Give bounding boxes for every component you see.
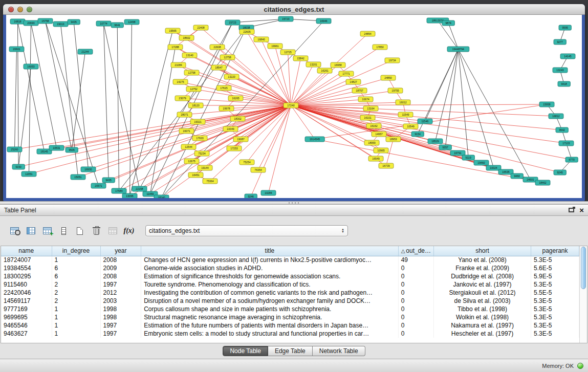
tab-network-table[interactable]: Network Table bbox=[313, 346, 365, 356]
graph-edge[interactable] bbox=[130, 31, 173, 196]
cell-year[interactable]: 2003 bbox=[100, 297, 141, 305]
table-row[interactable]: 2242004622012Investigating the contribut… bbox=[1, 289, 579, 297]
cell-pagerank[interactable]: 5.9E-5 bbox=[531, 272, 579, 280]
cell-out_de[interactable]: 0 bbox=[398, 272, 433, 280]
graph-edge[interactable] bbox=[291, 64, 314, 105]
row-height-button[interactable] bbox=[56, 224, 71, 237]
close-panel-icon[interactable]: × bbox=[579, 207, 584, 214]
graph-edge[interactable] bbox=[258, 105, 291, 170]
cell-short[interactable]: Franke et al. (2009) bbox=[434, 264, 531, 272]
graph-edge[interactable] bbox=[18, 21, 19, 167]
cell-year[interactable]: 2009 bbox=[100, 264, 141, 272]
minimize-button[interactable] bbox=[17, 7, 23, 12]
cell-in_degree[interactable]: 2 bbox=[52, 280, 100, 289]
graph-edge[interactable] bbox=[232, 77, 291, 105]
graph-edge[interactable] bbox=[291, 82, 354, 105]
graph-edge[interactable] bbox=[72, 52, 85, 150]
cell-short[interactable]: de Silva et al. (2003) bbox=[434, 297, 531, 305]
table-row[interactable]: 977716911998Corpus callosum shape and si… bbox=[1, 305, 579, 313]
graph-edge[interactable] bbox=[291, 105, 572, 160]
column-header-pagerank[interactable]: pagerank bbox=[531, 246, 579, 256]
table-row[interactable]: 1456911722003Disruption of a novel membe… bbox=[1, 297, 579, 305]
cell-year[interactable]: 2008 bbox=[100, 272, 141, 280]
graph-edge[interactable] bbox=[448, 23, 458, 49]
graph-edge[interactable] bbox=[458, 49, 493, 168]
cell-year[interactable]: 1997 bbox=[100, 280, 141, 289]
cell-name[interactable]: 9463627 bbox=[1, 330, 52, 338]
column-header-short[interactable]: short bbox=[434, 246, 531, 256]
cell-in_degree[interactable]: 1 bbox=[52, 256, 100, 264]
cell-pagerank[interactable]: 5.6E-5 bbox=[531, 264, 579, 272]
cell-pagerank[interactable]: 5.3E-5 bbox=[531, 305, 579, 313]
graph-edge[interactable] bbox=[119, 105, 291, 191]
cell-name[interactable]: 14569117 bbox=[1, 297, 52, 305]
zoom-button[interactable] bbox=[27, 7, 32, 12]
cell-short[interactable]: Nakamura et al. (1997) bbox=[434, 321, 531, 330]
cell-year[interactable]: 1998 bbox=[100, 313, 141, 321]
tab-edge-table[interactable]: Edge Table bbox=[268, 346, 313, 356]
graph-edge[interactable] bbox=[291, 104, 547, 105]
cell-name[interactable]: 9777169 bbox=[1, 305, 52, 313]
column-header-in_degree[interactable]: in_degree bbox=[52, 246, 100, 256]
cell-name[interactable]: 18724007 bbox=[1, 256, 52, 264]
new-file-button[interactable] bbox=[73, 224, 87, 237]
cell-year[interactable]: 1997 bbox=[100, 321, 141, 330]
cell-in_degree[interactable]: 2 bbox=[52, 297, 100, 305]
close-button[interactable] bbox=[8, 7, 14, 12]
table-settings-button[interactable] bbox=[7, 224, 21, 237]
cell-name[interactable]: 9115460 bbox=[1, 280, 52, 289]
graph-edge[interactable] bbox=[130, 22, 132, 196]
node-table[interactable]: namein_degreeyeartitle△out_de…shortpager… bbox=[1, 246, 579, 338]
cell-title[interactable]: Embryonic stem cells: a model to study s… bbox=[141, 330, 398, 338]
graph-edge[interactable] bbox=[315, 139, 542, 183]
cell-title[interactable]: Estimation of significance thresholds fo… bbox=[141, 272, 398, 280]
import-table-disabled-button[interactable] bbox=[105, 224, 120, 237]
graph-edge[interactable] bbox=[445, 49, 458, 147]
cell-title[interactable]: Changes of HCN gene expression and I(f) … bbox=[141, 256, 398, 264]
table-row[interactable]: 946554611997Estimation of the future num… bbox=[1, 321, 579, 330]
graph-edge[interactable] bbox=[46, 21, 99, 186]
cell-year[interactable]: 1998 bbox=[100, 305, 141, 313]
graph-edge[interactable] bbox=[57, 105, 291, 148]
cell-pagerank[interactable]: 5.3E-5 bbox=[531, 330, 579, 338]
cell-in_degree[interactable]: 1 bbox=[52, 330, 100, 338]
graph-edge[interactable] bbox=[15, 49, 17, 149]
cell-out_de[interactable]: 0 bbox=[398, 313, 433, 321]
cell-pagerank[interactable]: 5.3E-5 bbox=[531, 280, 579, 289]
cell-title[interactable]: Genome-wide association studies in ADHD. bbox=[141, 264, 398, 272]
table-vertical-scrollbar[interactable] bbox=[579, 246, 587, 343]
cell-year[interactable]: 2012 bbox=[100, 289, 141, 297]
column-header-year[interactable]: year bbox=[100, 246, 141, 256]
cell-short[interactable]: Stergiakouli et al. (2012) bbox=[434, 289, 531, 297]
cell-title[interactable]: Estimation of the future numbers of pati… bbox=[141, 321, 398, 330]
graph-edge[interactable] bbox=[200, 105, 291, 138]
scrollbar-thumb[interactable] bbox=[581, 247, 586, 289]
cell-short[interactable]: Hescheler et al. (1997) bbox=[434, 330, 531, 338]
graph-edge[interactable] bbox=[173, 31, 291, 105]
graph-edge[interactable] bbox=[291, 71, 325, 105]
cell-short[interactable]: Jankovic et al. (1997) bbox=[434, 280, 531, 289]
cell-out_de[interactable]: 0 bbox=[398, 289, 433, 297]
cell-out_de[interactable]: 0 bbox=[398, 321, 433, 330]
panel-splitter[interactable] bbox=[0, 201, 588, 205]
graph-edge[interactable] bbox=[288, 52, 291, 105]
cell-name[interactable]: 18300295 bbox=[1, 272, 52, 280]
graph-edge[interactable] bbox=[29, 23, 31, 174]
graph-edge[interactable] bbox=[31, 23, 57, 148]
cell-in_degree[interactable]: 6 bbox=[52, 264, 100, 272]
table-row[interactable]: 1830029562008Estimation of significance … bbox=[1, 272, 579, 280]
cell-in_degree[interactable]: 2 bbox=[52, 289, 100, 297]
function-builder-button[interactable]: f(x) bbox=[122, 224, 136, 237]
cell-name[interactable]: 9699695 bbox=[1, 313, 52, 321]
table-row[interactable]: 969969511998Structural magnetic resonanc… bbox=[1, 313, 579, 321]
float-panel-icon[interactable] bbox=[569, 208, 574, 212]
graph-edge[interactable] bbox=[104, 24, 109, 180]
cell-pagerank[interactable]: 5.3E-5 bbox=[531, 313, 579, 321]
cell-pagerank[interactable]: 5.3E-5 bbox=[531, 321, 579, 330]
cell-year[interactable]: 1997 bbox=[100, 330, 141, 338]
cell-name[interactable]: 9465546 bbox=[1, 321, 52, 330]
column-header-name[interactable]: name bbox=[1, 246, 52, 256]
cell-out_de[interactable]: 49 bbox=[398, 256, 433, 264]
table-columns-button[interactable] bbox=[24, 224, 38, 237]
cell-out_de[interactable]: 0 bbox=[398, 297, 433, 305]
